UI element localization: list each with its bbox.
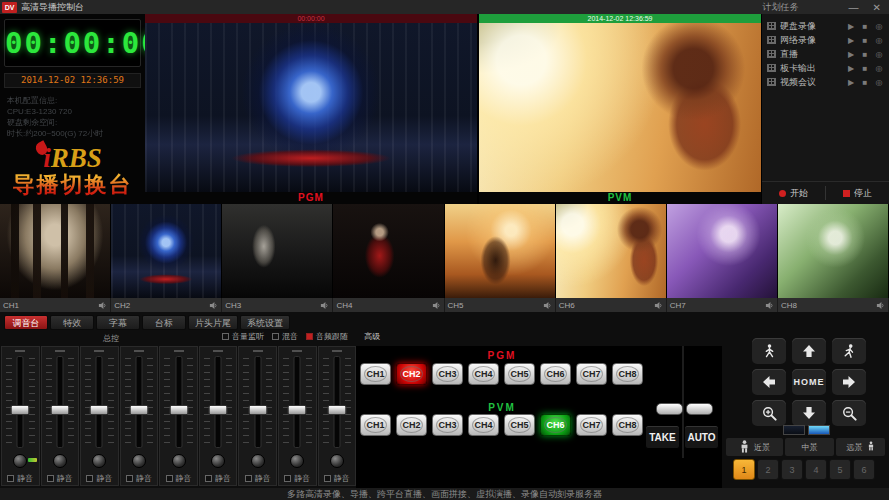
camera-preset-6[interactable]: 6 <box>853 459 875 480</box>
source-thumbnail-ch2[interactable] <box>111 204 222 298</box>
pan-right-button[interactable] <box>832 369 866 395</box>
pvm-ch7-button[interactable]: CH7 <box>576 414 607 436</box>
walk-person-button[interactable] <box>752 338 786 364</box>
camera-preset-3[interactable]: 3 <box>781 459 803 480</box>
fader-handle[interactable] <box>288 405 307 415</box>
mixer-option-2[interactable]: 混音 <box>272 331 298 342</box>
pvm-ch3-button[interactable]: CH3 <box>432 414 463 436</box>
fader-handle[interactable] <box>209 405 228 415</box>
pan-up-button[interactable] <box>792 338 826 364</box>
task-settings-button[interactable]: ◎ <box>874 22 884 31</box>
task-settings-button[interactable]: ◎ <box>874 50 884 59</box>
source-thumbnail-ch8[interactable] <box>778 204 889 298</box>
source-thumbnail-ch4[interactable] <box>333 204 444 298</box>
camera-preset-5[interactable]: 5 <box>829 459 851 480</box>
tab-mixer[interactable]: 调音台 <box>4 315 48 330</box>
volume-knob[interactable] <box>211 454 225 468</box>
volume-knob[interactable] <box>330 454 344 468</box>
volume-knob[interactable] <box>13 454 27 468</box>
task-play-button[interactable]: ▶ <box>846 36 856 45</box>
pgm-ch8-button[interactable]: CH8 <box>612 363 643 385</box>
fader-handle[interactable] <box>169 405 188 415</box>
pvm-ch6-button[interactable]: CH6 <box>540 414 571 436</box>
mute-checkbox[interactable] <box>47 475 54 482</box>
task-settings-button[interactable]: ◎ <box>874 78 884 87</box>
camera-preset-2[interactable]: 2 <box>757 459 779 480</box>
source-thumbnail-ch5[interactable] <box>445 204 556 298</box>
pvm-ch5-button[interactable]: CH5 <box>504 414 535 436</box>
shot-medium-button[interactable]: 中景 <box>785 438 834 456</box>
pan-down-button[interactable] <box>792 400 826 426</box>
checkbox[interactable] <box>272 333 279 340</box>
pgm-ch7-button[interactable]: CH7 <box>576 363 607 385</box>
mute-checkbox[interactable] <box>166 475 173 482</box>
pvm-ch8-button[interactable]: CH8 <box>612 414 643 436</box>
task-stop-button[interactable]: ■ <box>860 22 870 31</box>
minimize-button[interactable]: — <box>849 2 859 13</box>
zoom-in-button[interactable] <box>752 400 786 426</box>
advanced-link[interactable]: 高级 <box>364 331 380 342</box>
pgm-ch1-button[interactable]: CH1 <box>360 363 391 385</box>
mute-checkbox[interactable] <box>324 475 331 482</box>
tab-settings[interactable]: 系统设置 <box>240 315 290 330</box>
channel-label-ch6[interactable]: CH6 <box>556 298 667 312</box>
task-row-disk-record[interactable]: 硬盘录像▶■◎ <box>762 19 889 33</box>
scene-thumb-2[interactable] <box>808 425 830 435</box>
camera-preset-4[interactable]: 4 <box>805 459 827 480</box>
tab-subtitle[interactable]: 字幕 <box>96 315 140 330</box>
home-button[interactable]: HOME <box>792 369 826 395</box>
mute-checkbox[interactable] <box>126 475 133 482</box>
zoom-out-button[interactable] <box>832 400 866 426</box>
task-play-button[interactable]: ▶ <box>846 22 856 31</box>
volume-knob[interactable] <box>132 454 146 468</box>
tab-logo[interactable]: 台标 <box>142 315 186 330</box>
fader-handle[interactable] <box>50 405 69 415</box>
shot-far-button[interactable]: 远景 <box>836 438 885 456</box>
volume-knob[interactable] <box>290 454 304 468</box>
stop-button[interactable]: 停止 <box>826 187 889 200</box>
scene-thumb-1[interactable] <box>783 425 805 435</box>
fader-handle[interactable] <box>248 405 267 415</box>
scheduled-tasks-menu[interactable]: 计划任务 <box>763 1 799 14</box>
task-stop-button[interactable]: ■ <box>860 64 870 73</box>
task-play-button[interactable]: ▶ <box>846 78 856 87</box>
tab-effects[interactable]: 特效 <box>50 315 94 330</box>
tbar-handle-right[interactable] <box>686 403 713 415</box>
volume-knob[interactable] <box>251 454 265 468</box>
pgm-ch2-button[interactable]: CH2 <box>396 363 427 385</box>
auto-button[interactable]: AUTO <box>684 425 719 449</box>
pvm-ch4-button[interactable]: CH4 <box>468 414 499 436</box>
mixer-option-3[interactable]: 音频跟随 <box>306 331 348 342</box>
task-settings-button[interactable]: ◎ <box>874 64 884 73</box>
fader-handle[interactable] <box>90 405 109 415</box>
volume-knob[interactable] <box>92 454 106 468</box>
task-stop-button[interactable]: ■ <box>860 50 870 59</box>
task-row-live-stream[interactable]: 直播▶■◎ <box>762 47 889 61</box>
shot-close-button[interactable]: 近景 <box>726 438 783 456</box>
tab-intro-outro[interactable]: 片头片尾 <box>188 315 238 330</box>
mute-checkbox[interactable] <box>205 475 212 482</box>
channel-label-ch8[interactable]: CH8 <box>778 298 889 312</box>
pvm-ch2-button[interactable]: CH2 <box>396 414 427 436</box>
fader-handle[interactable] <box>129 405 148 415</box>
checkbox[interactable] <box>222 333 229 340</box>
channel-label-ch5[interactable]: CH5 <box>445 298 556 312</box>
pgm-ch4-button[interactable]: CH4 <box>468 363 499 385</box>
checkbox-checked[interactable] <box>306 333 313 340</box>
mute-checkbox[interactable] <box>284 475 291 482</box>
fader-handle[interactable] <box>327 405 346 415</box>
task-stop-button[interactable]: ■ <box>860 36 870 45</box>
channel-label-ch4[interactable]: CH4 <box>333 298 444 312</box>
task-play-button[interactable]: ▶ <box>846 50 856 59</box>
mute-checkbox[interactable] <box>86 475 93 482</box>
task-stop-button[interactable]: ■ <box>860 78 870 87</box>
take-button[interactable]: TAKE <box>645 425 680 449</box>
task-settings-button[interactable]: ◎ <box>874 36 884 45</box>
pgm-ch5-button[interactable]: CH5 <box>504 363 535 385</box>
mute-checkbox[interactable] <box>7 475 14 482</box>
task-row-card-output[interactable]: 板卡输出▶■◎ <box>762 61 889 75</box>
run-person-button[interactable] <box>832 338 866 364</box>
task-play-button[interactable]: ▶ <box>846 64 856 73</box>
tbar-handle-left[interactable] <box>656 403 683 415</box>
channel-label-ch2[interactable]: CH2 <box>111 298 222 312</box>
